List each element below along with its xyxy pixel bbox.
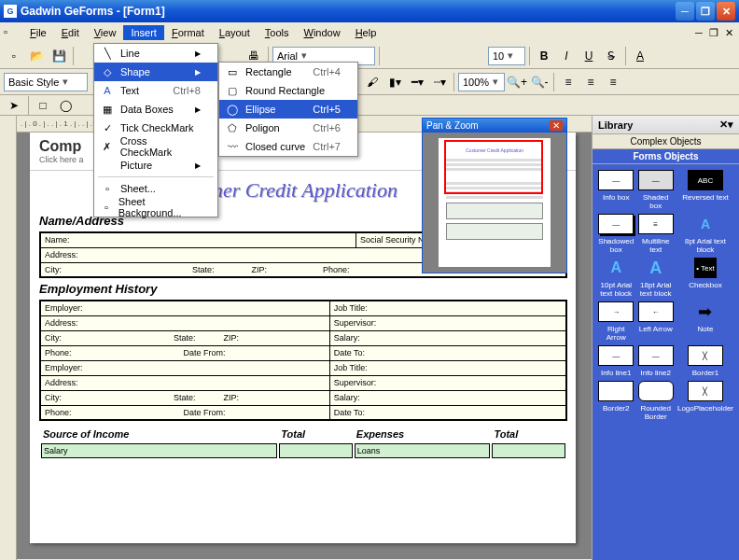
menu-shape[interactable]: ◇Shape▶ bbox=[94, 63, 217, 81]
menu-sheet-bg[interactable]: ▫Sheet Background... bbox=[94, 198, 217, 217]
shape-closed-curve[interactable]: 〰Closed curveCtrl+7 bbox=[219, 137, 357, 156]
income-table: Source of IncomeTotalExpensesTotal Salar… bbox=[39, 425, 567, 460]
dash-icon[interactable]: ┄▾ bbox=[429, 72, 450, 92]
panzoom-window[interactable]: Pan & Zoom✕ Customer Credit Application bbox=[422, 118, 567, 273]
style-combo[interactable]: Basic Style▾ bbox=[4, 73, 88, 91]
minimize-button[interactable]: ─ bbox=[676, 2, 694, 21]
align-right-icon[interactable]: ≡ bbox=[603, 72, 623, 92]
lib-border1[interactable]: ╳Border1 bbox=[677, 345, 733, 377]
italic-button[interactable]: I bbox=[556, 46, 577, 66]
library-tab-complex[interactable]: Complex Objects bbox=[593, 134, 739, 149]
pointer-tool[interactable]: ➤ bbox=[4, 95, 24, 116]
zoom-combo[interactable]: 100%▾ bbox=[458, 73, 505, 91]
bold-button[interactable]: B bbox=[534, 46, 554, 66]
lib-multiline[interactable]: ≡Multiline text bbox=[637, 214, 673, 254]
brush-icon[interactable]: 🖌 bbox=[362, 72, 383, 92]
menu-picture[interactable]: Picture▶ bbox=[94, 156, 217, 175]
maximize-button[interactable]: ❐ bbox=[696, 2, 715, 21]
mdi-min[interactable]: ─ bbox=[692, 27, 705, 39]
vertical-ruler bbox=[0, 116, 17, 560]
menu-layout[interactable]: Layout bbox=[212, 25, 258, 40]
library-panel: Library✕▾ Complex Objects Forms Objects … bbox=[592, 116, 739, 560]
menu-help[interactable]: Help bbox=[348, 25, 384, 40]
lib-rounded[interactable]: Rounded Border bbox=[637, 381, 673, 421]
open-button[interactable]: 📂 bbox=[26, 46, 47, 66]
mdi-controls: ─ ❐ ✕ bbox=[692, 27, 735, 39]
underline-button[interactable]: U bbox=[579, 46, 599, 66]
zoomin-button[interactable]: 🔍+ bbox=[507, 72, 527, 92]
lib-18pt[interactable]: A18pt Arial text block bbox=[637, 258, 673, 298]
lib-logo[interactable]: ╳LogoPlaceholder bbox=[677, 381, 733, 421]
lib-8pt[interactable]: A8pt Arial text block bbox=[677, 214, 733, 254]
shape-round-rect[interactable]: ▢Round Rectangle bbox=[219, 81, 357, 100]
fontcolor-button[interactable]: A bbox=[630, 46, 650, 66]
menu-text[interactable]: ATextCtrl+8 bbox=[94, 81, 217, 100]
lib-border2[interactable]: Border2 bbox=[598, 381, 634, 421]
fill-icon[interactable]: ▮▾ bbox=[384, 72, 405, 92]
lib-shadedbox[interactable]: —Shaded box bbox=[637, 170, 673, 210]
titlebar: G Gadwin GeForms - [Form1] ─ ❐ ✕ bbox=[0, 0, 739, 22]
size-combo[interactable]: 10▾ bbox=[488, 47, 525, 65]
app-icon: G bbox=[4, 5, 17, 18]
library-grid: —Info box —Shaded box ABCReversed text —… bbox=[593, 164, 739, 560]
lib-shadowbox[interactable]: —Shadowed box bbox=[598, 214, 634, 254]
lib-line2[interactable]: —Info line2 bbox=[637, 345, 673, 377]
shape-submenu: ▭RectangleCtrl+4 ▢Round Rectangle ◯Ellip… bbox=[218, 62, 358, 157]
shape-ellipse[interactable]: ◯EllipseCtrl+5 bbox=[219, 100, 357, 119]
align-center-icon[interactable]: ≡ bbox=[580, 72, 601, 92]
panzoom-close-icon[interactable]: ✕ bbox=[550, 120, 563, 131]
close-button[interactable]: ✕ bbox=[717, 2, 735, 21]
rect-tool[interactable]: □ bbox=[33, 95, 53, 116]
mdi-close[interactable]: ✕ bbox=[722, 27, 735, 39]
menu-line[interactable]: ╲Line▶ bbox=[94, 44, 217, 63]
section-employment: Employment History bbox=[30, 278, 576, 300]
save-button[interactable]: 💾 bbox=[49, 46, 69, 66]
menu-format[interactable]: Format bbox=[164, 25, 212, 40]
panzoom-title[interactable]: Pan & Zoom✕ bbox=[423, 119, 566, 133]
new-button[interactable]: ▫ bbox=[4, 46, 24, 66]
mdi-restore[interactable]: ❐ bbox=[707, 27, 720, 39]
menu-edit[interactable]: Edit bbox=[54, 25, 87, 40]
insert-dropdown: ╲Line▶ ◇Shape▶ ATextCtrl+8 ▦Data Boxes▶ … bbox=[93, 43, 218, 217]
menu-databoxes[interactable]: ▦Data Boxes▶ bbox=[94, 100, 217, 119]
window-title: Gadwin GeForms - [Form1] bbox=[21, 5, 676, 18]
menu-cross[interactable]: ✗Cross CheckMark bbox=[94, 137, 217, 156]
menubar: ▫ File Edit View Insert Format Layout To… bbox=[0, 22, 739, 43]
shape-polygon[interactable]: ⬠PoligonCtrl+6 bbox=[219, 119, 357, 137]
lib-checkbox[interactable]: • TextCheckbox bbox=[677, 258, 733, 298]
doc-icon: ▫ bbox=[4, 26, 17, 39]
panzoom-viewport[interactable] bbox=[444, 140, 543, 194]
lib-note[interactable]: ➡Note bbox=[677, 301, 733, 342]
library-title: Library✕▾ bbox=[593, 116, 739, 134]
menu-file[interactable]: File bbox=[22, 25, 54, 40]
shape-rectangle[interactable]: ▭RectangleCtrl+4 bbox=[219, 63, 357, 81]
menu-insert[interactable]: Insert bbox=[123, 25, 164, 40]
line-icon[interactable]: ━▾ bbox=[407, 72, 427, 92]
panzoom-thumbnail[interactable]: Customer Credit Application bbox=[439, 138, 551, 267]
menu-tools[interactable]: Tools bbox=[258, 25, 297, 40]
menu-sheet[interactable]: ▫Sheet... bbox=[94, 179, 217, 198]
lib-infobox[interactable]: —Info box bbox=[598, 170, 634, 210]
strike-button[interactable]: S̶ bbox=[601, 46, 621, 66]
library-tab-forms[interactable]: Forms Objects bbox=[593, 149, 739, 164]
lib-reversedtext[interactable]: ABCReversed text bbox=[677, 170, 733, 210]
lib-line1[interactable]: —Info line1 bbox=[598, 345, 634, 377]
zoomout-button[interactable]: 🔍- bbox=[529, 72, 550, 92]
lib-10pt[interactable]: A10pt Arial text block bbox=[598, 258, 634, 298]
menu-window[interactable]: Window bbox=[296, 25, 347, 40]
employment-table: Employer:Job Title: Address:Supervisor: … bbox=[39, 300, 567, 421]
menu-view[interactable]: View bbox=[87, 25, 124, 40]
lib-rarrow[interactable]: →Right Arrow bbox=[598, 301, 634, 342]
menu-tick[interactable]: ✓Tick CheckMark bbox=[94, 119, 217, 137]
align-left-icon[interactable]: ≡ bbox=[558, 72, 579, 92]
lib-larrow[interactable]: ←Left Arrow bbox=[637, 301, 673, 342]
library-close-icon[interactable]: ✕▾ bbox=[719, 119, 733, 131]
ellipse-tool[interactable]: ◯ bbox=[55, 95, 76, 116]
